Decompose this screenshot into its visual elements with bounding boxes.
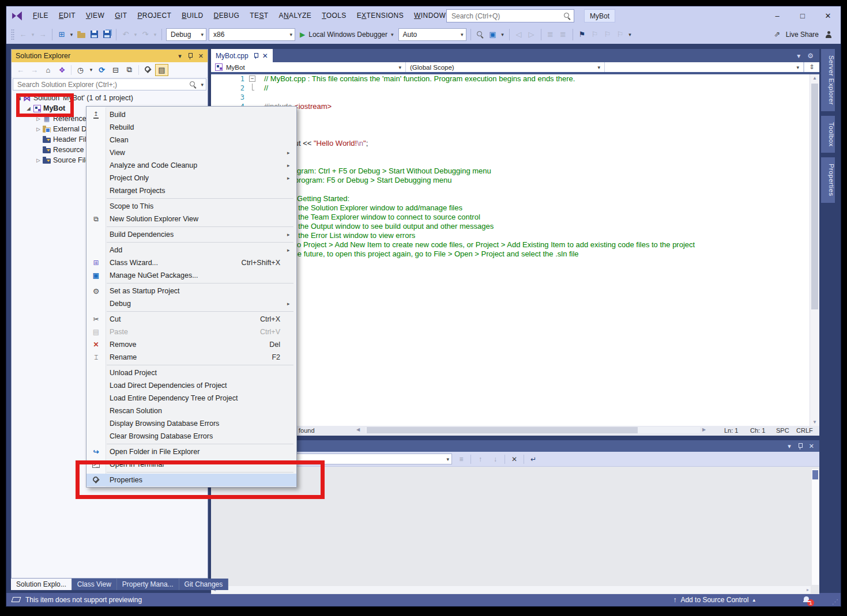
context-menu-item-new-solution-explorer-view[interactable]: ⧉New Solution Explorer View — [86, 213, 296, 225]
notifications-bell-icon[interactable]: 1 — [802, 595, 811, 604]
editor-horizontal-scrollbar[interactable] — [366, 427, 700, 433]
add-to-source-control-button[interactable]: ↑ Add to Source Control ▴ — [673, 593, 755, 606]
attach-to-process-icon[interactable]: ▣ — [487, 28, 499, 41]
refresh-icon[interactable]: ⟳ — [95, 64, 108, 76]
pending-changes-filter-icon[interactable]: ◷ — [74, 64, 87, 76]
panel-tab-git-changes[interactable]: Git Changes — [179, 579, 229, 590]
nav-forward-icon[interactable]: → — [36, 28, 49, 41]
undo-dropdown[interactable]: ▾ — [132, 28, 139, 41]
menu-test[interactable]: TEST — [244, 12, 273, 20]
navigate-forward-icon[interactable]: ▷ — [525, 28, 538, 41]
solution-explorer-search[interactable]: ▾ — [13, 78, 206, 90]
redo-dropdown[interactable]: ▾ — [152, 28, 159, 41]
scroll-up-arrow[interactable]: ▲ — [810, 75, 819, 81]
minimize-button[interactable]: – — [765, 6, 790, 25]
menu-build[interactable]: BUILD — [176, 12, 208, 20]
menu-edit[interactable]: EDIT — [54, 12, 81, 20]
menu-git[interactable]: GIT — [110, 12, 132, 20]
feedback-person-icon[interactable] — [822, 28, 835, 41]
context-menu-item-build[interactable]: ↥Build — [86, 108, 296, 121]
properties-icon[interactable] — [141, 64, 155, 76]
home-icon[interactable]: ⌂ — [42, 64, 55, 76]
context-menu-item-view[interactable]: View▸ — [86, 146, 296, 159]
next-bookmark-icon[interactable]: ⚐ — [601, 28, 614, 41]
solution-explorer-search-input[interactable] — [13, 81, 189, 89]
solution-platform-combo[interactable]: x86▾ — [209, 28, 295, 41]
maximize-button[interactable]: □ — [790, 6, 815, 25]
context-menu-item-remove[interactable]: ✕RemoveDel — [86, 338, 296, 351]
editor-vertical-scrollbar[interactable]: ▲ ▼ — [810, 74, 819, 426]
pin-icon[interactable] — [187, 52, 193, 59]
panel-tab-property-mana[interactable]: Property Mana... — [117, 579, 179, 590]
scope-combo[interactable]: (Global Scope) ▾ — [406, 62, 605, 72]
scrollbar-thumb[interactable] — [811, 84, 818, 309]
fold-collapse-box[interactable]: − — [249, 75, 255, 82]
switch-views-icon[interactable]: ❖ — [55, 64, 69, 76]
comment-selection-icon[interactable]: ≣ — [544, 28, 557, 41]
live-share-button[interactable]: ⇗Live Share — [767, 28, 822, 41]
menu-window[interactable]: WINDOW — [409, 12, 451, 20]
next-message-icon[interactable]: ↓ — [490, 455, 501, 463]
auto-combo[interactable]: Auto▾ — [398, 28, 466, 41]
context-menu-item-retarget-projects[interactable]: Retarget Projects — [86, 184, 296, 197]
find-in-files-icon[interactable] — [474, 28, 487, 41]
context-menu-item-project-only[interactable]: Project Only▸ — [86, 172, 296, 184]
toolbar-options-overflow[interactable]: ▾ — [499, 28, 506, 41]
context-menu-item-rebuild[interactable]: Rebuild — [86, 121, 296, 134]
context-menu-item-manage-nuget-packages[interactable]: ▣Manage NuGet Packages... — [86, 269, 296, 282]
quick-search-box[interactable] — [446, 9, 574, 22]
resize-grip[interactable]: ⋰ — [832, 598, 838, 606]
collapse-all-icon[interactable]: ⊟ — [109, 64, 122, 76]
output-horizontal-scrollbar[interactable]: ◂ ▸ — [212, 586, 811, 594]
scroll-down-arrow[interactable]: ▼ — [810, 420, 819, 425]
nav-back-dropdown[interactable]: ▾ — [29, 28, 36, 41]
tree-expander[interactable]: ▷ — [35, 126, 42, 132]
undo-icon[interactable]: ↶ — [119, 28, 132, 41]
output-close-icon[interactable]: ✕ — [809, 443, 814, 450]
output-position-dropdown[interactable]: ▾ — [788, 443, 791, 450]
tree-expander[interactable]: ▷ — [35, 157, 42, 163]
solution-explorer-header[interactable]: Solution Explorer ▾✕ — [12, 50, 208, 62]
close-icon[interactable]: ✕ — [198, 52, 204, 60]
context-menu-item-open-folder-in-file-explorer[interactable]: ↪Open Folder in File Explorer — [86, 445, 296, 458]
clear-all-output-icon[interactable]: ✕ — [509, 455, 520, 463]
context-menu-item-add[interactable]: Add▸ — [86, 244, 296, 256]
output-panel-titlebar[interactable]: ▾✕ — [211, 440, 819, 452]
side-tab-server-explorer[interactable]: Server Explorer — [821, 49, 835, 111]
menu-file[interactable]: FILE — [28, 12, 54, 20]
output-pin-icon[interactable] — [797, 443, 803, 449]
tab-close-icon[interactable]: ✕ — [262, 52, 268, 60]
panel-tab-class-view[interactable]: Class View — [72, 579, 117, 590]
toggle-word-wrap-icon[interactable]: ↵ — [528, 455, 539, 463]
tab-pin-icon[interactable] — [253, 52, 259, 59]
solution-name-badge[interactable]: MyBot — [584, 9, 615, 22]
context-menu-item-display-browsing-database-errors[interactable]: Display Browsing Database Errors — [86, 417, 296, 430]
nav-back-icon[interactable]: ← — [17, 28, 29, 41]
side-tab-toolbox[interactable]: Toolbox — [821, 116, 835, 153]
solution-configuration-combo[interactable]: Debug▾ — [166, 28, 206, 41]
context-menu-item-clean[interactable]: Clean — [86, 134, 296, 146]
context-menu-item-set-as-startup-project[interactable]: ⚙Set as Startup Project — [86, 285, 296, 297]
project-scope-combo[interactable]: MyBot ▾ — [211, 62, 406, 72]
context-menu-item-analyze-and-code-cleanup[interactable]: Analyze and Code Cleanup▸ — [86, 159, 296, 172]
scrollbar-thumb[interactable] — [812, 470, 818, 479]
menu-project[interactable]: PROJECT — [132, 12, 176, 20]
context-menu-item-rescan-solution[interactable]: Rescan Solution — [86, 405, 296, 417]
open-folder-icon[interactable] — [75, 28, 88, 41]
save-icon[interactable] — [88, 28, 100, 41]
context-menu-item-load-entire-dependency-tree-of-project[interactable]: Load Entire Dependency Tree of Project — [86, 392, 296, 405]
menu-tools[interactable]: TOOLS — [317, 12, 351, 20]
new-project-icon[interactable]: ⊞ — [55, 28, 68, 41]
hscroll-right-arrow[interactable]: ▸ — [807, 587, 809, 592]
context-menu-item-class-wizard[interactable]: ⊞Class Wizard...Ctrl+Shift+X — [86, 256, 296, 269]
sync-with-active-document-icon[interactable]: ⧉ — [123, 64, 136, 76]
menu-debug[interactable]: DEBUG — [209, 12, 245, 20]
document-health-indicator[interactable]: found — [299, 427, 315, 434]
window-position-dropdown[interactable]: ▾ — [178, 52, 182, 60]
filter-dropdown-caret[interactable]: ▾ — [88, 64, 95, 76]
context-menu-item-paste[interactable]: ▤PasteCtrl+V — [86, 326, 296, 338]
bookmark-overflow-dropdown[interactable]: ▾ — [627, 28, 634, 41]
menu-view[interactable]: VIEW — [81, 12, 110, 20]
output-vertical-scrollbar[interactable] — [812, 469, 819, 585]
hscroll-right-arrow[interactable]: ▶ — [702, 427, 706, 432]
